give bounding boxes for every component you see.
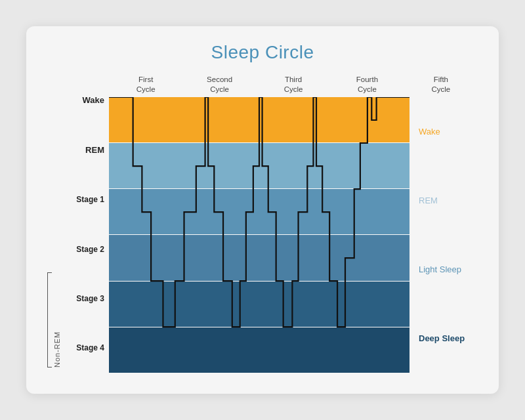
y-label-rem: REM <box>85 145 104 155</box>
graph-container <box>109 97 410 373</box>
cycle-labels: FirstCycle SecondCycle ThirdCycle Fourth… <box>109 75 478 94</box>
legend-deep-sleep: Deep Sleep <box>419 333 478 343</box>
y-labels: Wake REM Stage 1 Stage 2 Stage 3 Stage 4 <box>62 75 104 373</box>
chart-area: Non-REM Wake REM Stage 1 Stage 2 Stage 3… <box>47 75 478 373</box>
y-label-stage1: Stage 1 <box>76 195 104 204</box>
sleep-path-svg <box>109 97 410 373</box>
legend-light-sleep: Light Sleep <box>419 264 478 274</box>
nonrem-label: Non-REM <box>53 272 61 368</box>
chart-main: FirstCycle SecondCycle ThirdCycle Fourth… <box>109 75 478 373</box>
y-label-stage4: Stage 4 <box>76 343 104 352</box>
legend: Wake REM Light Sleep Deep Sleep <box>419 97 478 373</box>
legend-wake: Wake <box>419 127 478 136</box>
chart-title: Sleep Circle <box>211 42 314 63</box>
y-label-stage2: Stage 2 <box>76 245 104 254</box>
y-label-stage3: Stage 3 <box>76 294 104 303</box>
y-label-wake: Wake <box>83 95 104 105</box>
legend-rem: REM <box>419 196 478 205</box>
cycle-label-2: SecondCycle <box>182 75 256 94</box>
cycle-label-5: FifthCycle <box>404 75 478 94</box>
cycle-label-3: ThirdCycle <box>257 75 330 94</box>
card: Sleep Circle Non-REM Wake REM <box>26 26 499 394</box>
graph-and-legend: Wake REM Light Sleep Deep Sleep <box>109 97 478 373</box>
nonrem-bracket: Non-REM <box>47 272 61 368</box>
y-axis: Non-REM Wake REM Stage 1 Stage 2 Stage 3… <box>47 75 106 373</box>
cycle-label-1: FirstCycle <box>109 75 182 94</box>
cycle-label-4: FourthCycle <box>330 75 404 94</box>
